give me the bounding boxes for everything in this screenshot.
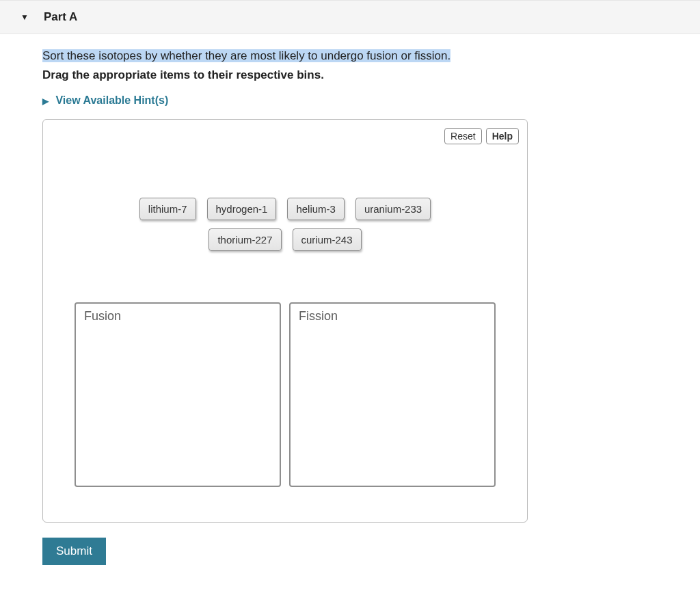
page-root: ▼ Part A Sort these isotopes by whether … xyxy=(0,0,700,579)
collapse-triangle-icon[interactable]: ▼ xyxy=(21,12,29,22)
work-area: Reset Help lithium-7 hydrogen-1 helium-3… xyxy=(42,119,528,523)
drop-bins-row: Fusion Fission xyxy=(53,302,517,501)
submit-button[interactable]: Submit xyxy=(42,538,106,565)
isotope-chip[interactable]: uranium-233 xyxy=(355,198,431,220)
work-area-toolbar: Reset Help xyxy=(444,128,519,144)
submit-row: Submit xyxy=(42,538,700,565)
chevron-right-icon: ▶ xyxy=(42,96,49,106)
part-title: Part A xyxy=(44,10,77,24)
isotope-chip[interactable]: helium-3 xyxy=(287,198,345,220)
drag-instructions: Drag the appropriate items to their resp… xyxy=(42,68,700,82)
question-prompt: Sort these isotopes by whether they are … xyxy=(42,49,700,63)
bin-fission[interactable]: Fission xyxy=(289,302,496,487)
reset-button[interactable]: Reset xyxy=(444,128,482,144)
bin-label: Fusion xyxy=(84,309,271,324)
bin-label: Fission xyxy=(299,309,486,324)
draggable-items-zone: lithium-7 hydrogen-1 helium-3 uranium-23… xyxy=(73,198,497,251)
bin-fusion[interactable]: Fusion xyxy=(75,302,281,487)
content-area: Sort these isotopes by whether they are … xyxy=(0,34,700,579)
isotope-chip[interactable]: hydrogen-1 xyxy=(207,198,277,220)
hints-label: View Available Hint(s) xyxy=(55,94,168,106)
help-button[interactable]: Help xyxy=(486,128,519,144)
isotope-chip[interactable]: curium-243 xyxy=(293,228,362,251)
part-header[interactable]: ▼ Part A xyxy=(0,0,700,34)
view-hints-toggle[interactable]: ▶ View Available Hint(s) xyxy=(42,94,700,107)
question-prompt-text: Sort these isotopes by whether they are … xyxy=(42,49,450,62)
isotope-chip[interactable]: lithium-7 xyxy=(139,198,196,220)
isotope-chip[interactable]: thorium-227 xyxy=(208,228,281,251)
